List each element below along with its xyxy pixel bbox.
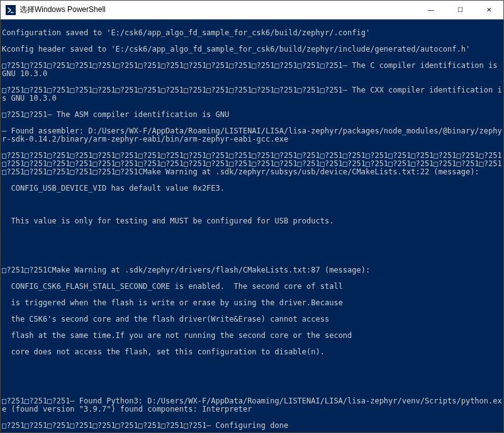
output-line: □?251□?251□?251□?251□?251□?251□?251□?251… — [2, 422, 502, 430]
output-line: This value is only for testing and MUST … — [2, 217, 502, 225]
output-line: Kconfig header saved to 'E:/csk6/app_alg… — [2, 45, 502, 53]
output-line: is triggered when the flash is write or … — [2, 299, 502, 307]
close-button[interactable]: ✕ — [474, 1, 503, 19]
output-line: CONFIG_CSK6_FLASH_STALL_SECOND_CORE is e… — [2, 283, 502, 291]
output-line: — Found assembler: D:/Users/WX-F/AppData… — [2, 127, 502, 143]
output-line: □?251□?251□?251□?251□?251□?251□?251□?251… — [2, 62, 502, 78]
output-line: CONFIG_USB_DEVICE_VID has default value … — [2, 184, 502, 193]
output-line — [2, 250, 502, 258]
output-line: Configuration saved to 'E:/csk6/app_algo… — [2, 29, 502, 37]
output-line: □?251□?251□?251□?251□?251□?251□?251□?251… — [2, 152, 502, 176]
terminal-content[interactable]: Configuration saved to 'E:/csk6/app_algo… — [1, 20, 503, 432]
minimize-button[interactable]: — — [417, 1, 445, 19]
output-line: flash at the same time.If you are not ru… — [2, 332, 502, 340]
maximize-button[interactable]: ☐ — [445, 1, 474, 19]
output-line: □?251□?251□?251— Found Python3: D:/Users… — [2, 397, 502, 413]
output-line — [2, 233, 502, 242]
output-line: the CSK6's second core and the flash dri… — [2, 315, 502, 323]
output-line — [2, 364, 502, 373]
output-line: □?251□?251CMake Warning at .sdk/zephyr/d… — [2, 266, 502, 274]
window-title: 选择Windows PowerShell — [20, 4, 417, 15]
powershell-icon — [6, 5, 16, 15]
output-line: □?251□?251— The ASM compiler identificat… — [2, 111, 502, 119]
output-line: □?251□?251□?251□?251□?251□?251□?251□?251… — [2, 86, 502, 103]
output-line — [2, 201, 502, 209]
titlebar[interactable]: 选择Windows PowerShell — ☐ ✕ — [1, 1, 503, 20]
powershell-window: 选择Windows PowerShell — ☐ ✕ Configuration… — [0, 0, 504, 433]
output-line: core does not access the flash, set this… — [2, 348, 502, 356]
output-line — [2, 381, 502, 389]
